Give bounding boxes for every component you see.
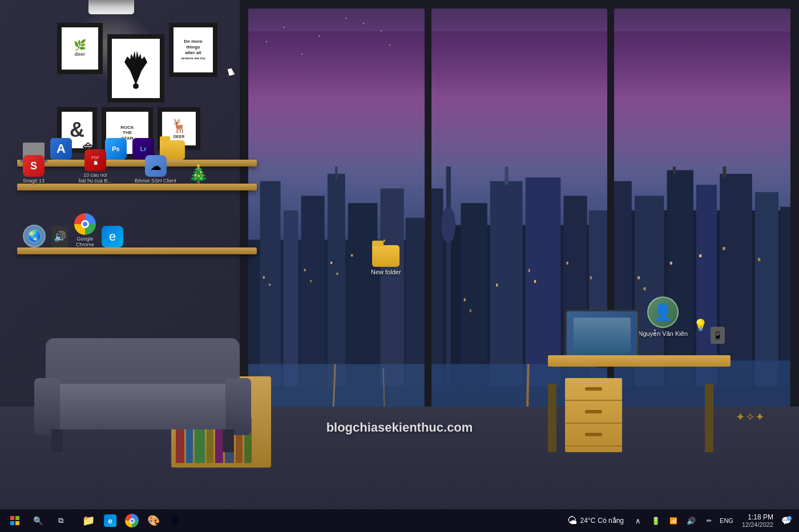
new-folder-desktop[interactable]: New folder (371, 245, 401, 275)
svg-rect-60 (15, 521, 19, 525)
edge-shelf-icon[interactable]: e (102, 226, 123, 247)
taskbar-chrome[interactable] (122, 510, 142, 531)
window-pane-left (248, 9, 425, 459)
clock-area[interactable]: 1:18 PM 12/24/2022 (736, 513, 776, 528)
svg-rect-2 (284, 210, 298, 386)
language-indicator[interactable]: ENG (719, 513, 734, 528)
svg-rect-43 (673, 166, 676, 174)
svg-rect-5 (335, 166, 337, 181)
action-center-button[interactable]: 💬 4 (778, 513, 793, 528)
taskbar-edge[interactable]: e (100, 510, 120, 531)
taskbar-file-explorer[interactable]: 📁 (78, 510, 99, 531)
pdf-icon: PDF 📄 (84, 149, 106, 171)
svg-rect-7 (381, 188, 404, 386)
snagit-icon-shelf[interactable]: S Snagit 13 (23, 155, 45, 184)
google-chrome-shelf-icon[interactable]: GoogleChrome (74, 213, 96, 247)
chrome-label-shelf: GoogleChrome (76, 236, 94, 247)
svg-rect-26 (505, 166, 508, 185)
drawer-1 (565, 378, 622, 401)
shelf-2-items: S Snagit 13 PDF 📄 10 cau noibat hu cua B… (17, 149, 215, 184)
shelf-2: S Snagit 13 PDF 📄 10 cau noibat hu cua B… (17, 184, 257, 190)
desk-lamp-icon: 💡 (693, 318, 708, 332)
svg-rect-53 (723, 247, 725, 250)
taskbar-paint[interactable]: 🎨 (143, 510, 164, 531)
input-icon[interactable]: ✏ (701, 513, 716, 528)
svg-rect-48 (781, 206, 790, 386)
sofa-armrest-left (34, 378, 60, 435)
svg-rect-14 (336, 273, 338, 275)
svg-rect-52 (700, 254, 702, 257)
taskbar-left: 🔍 ⧉ (0, 510, 75, 531)
star-decoration: ✦✧✦ (736, 410, 765, 424)
xmas-decoration: 🎄 (188, 164, 209, 184)
svg-point-23 (441, 206, 455, 243)
temperature: 24°C (580, 517, 595, 525)
desk-top-surface (548, 355, 731, 367)
svg-rect-58 (15, 516, 19, 520)
pdf-file-icon[interactable]: PDF 📄 10 cau noibat hu cua B... (79, 149, 112, 184)
frame-deer-text: 🌿 deer (57, 23, 103, 74)
start-button[interactable] (5, 510, 25, 531)
svg-rect-8 (406, 217, 425, 385)
svg-rect-33 (528, 269, 530, 271)
desk-area: 📱 💡 (548, 310, 731, 452)
snagit-icon: S (23, 155, 45, 177)
svg-rect-9 (263, 276, 265, 278)
desk-device: 📱 (711, 327, 725, 344)
svg-rect-49 (638, 276, 640, 279)
monitor-screen (567, 311, 637, 359)
svg-point-56 (133, 83, 139, 89)
sky-right (614, 31, 790, 189)
svg-rect-11 (304, 269, 306, 271)
sofa-seat (34, 384, 251, 429)
svg-rect-57 (10, 516, 14, 520)
new-folder-label: New folder (371, 269, 401, 275)
battery-icon[interactable]: 🔋 (648, 513, 663, 528)
taskbar: 🔍 ⧉ 📁 e 🎨 ⚙ 🌤 24°C Có nắng (0, 509, 799, 532)
svg-rect-10 (269, 283, 271, 286)
shelf-3-items: 🌏 🔊 GoogleChrome e (17, 213, 129, 247)
task-view-button[interactable]: ⧉ (50, 510, 71, 531)
desk-leg-right (705, 384, 713, 452)
svg-rect-32 (496, 283, 498, 286)
svg-rect-30 (463, 298, 465, 301)
svg-rect-36 (590, 276, 591, 279)
volume-icon[interactable]: 🔊 (684, 513, 699, 528)
shelf-board-3 (17, 247, 257, 254)
stars (248, 9, 425, 189)
svg-rect-47 (755, 192, 778, 385)
taskbar-chrome-icon (125, 514, 139, 527)
sky-center (431, 31, 608, 189)
network-icon[interactable]: 📶 (666, 513, 681, 528)
weather-widget[interactable]: 🌤 24°C Có nắng (563, 515, 628, 527)
taskbar-settings[interactable]: ⚙ (165, 510, 185, 531)
desk-leg-left (548, 384, 556, 452)
svg-rect-51 (670, 261, 672, 264)
svg-rect-6 (348, 203, 377, 386)
taskbar-right: 🌤 24°C Có nắng ∧ 🔋 📶 🔊 ✏ ENG 1:18 PM 12/… (557, 513, 799, 528)
edge-icon-shelf: e (102, 226, 123, 247)
desktop: 🌿 deer Do morethingsafter allactions are… (0, 0, 799, 509)
svg-rect-13 (330, 261, 332, 263)
svg-rect-24 (461, 203, 487, 386)
svg-rect-31 (470, 309, 471, 312)
weather-condition: Có nắng (598, 517, 624, 525)
shelf-3: 🌏 🔊 GoogleChrome e (17, 247, 257, 254)
clock-date: 12/24/2022 (742, 521, 773, 528)
bitvise-label: Bitvise SSH Client (135, 178, 176, 184)
windows-logo-icon (10, 516, 19, 525)
sofa-legs (51, 429, 234, 452)
snagit-label: Snagit 13 (23, 178, 45, 184)
svg-rect-22 (446, 166, 450, 386)
bitvise-icon: ☁ (145, 155, 167, 177)
drawer-2 (565, 401, 622, 424)
frame-deer-large (107, 34, 164, 103)
show-hidden-icons-button[interactable]: ∧ (631, 513, 645, 528)
svg-rect-35 (566, 261, 568, 264)
watermark: blogchiasekienthuc.com (326, 420, 473, 435)
search-button[interactable]: 🔍 (27, 510, 48, 531)
shelf-board-2 (17, 184, 257, 190)
svg-rect-3 (301, 196, 325, 386)
svg-rect-50 (644, 287, 646, 290)
bitvise-icon-shelf[interactable]: ☁ Bitvise SSH Client (135, 155, 176, 184)
